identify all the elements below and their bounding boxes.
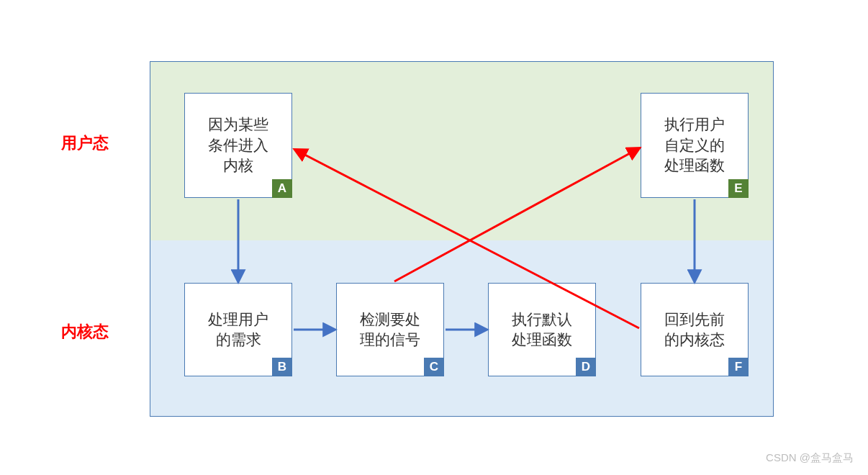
node-a-tag: A — [272, 179, 292, 198]
node-b: 处理用户的需求 B — [184, 283, 292, 376]
node-e: 执行用户自定义的处理函数 E — [641, 93, 749, 198]
node-f-text: 回到先前的内核态 — [664, 309, 725, 350]
node-c: 检测要处理的信号 C — [336, 283, 444, 376]
node-d-tag: D — [576, 358, 596, 376]
label-kernel-mode: 内核态 — [61, 321, 109, 343]
node-c-text: 检测要处理的信号 — [360, 309, 420, 350]
node-a-text: 因为某些条件进入内核 — [208, 114, 268, 176]
node-a: 因为某些条件进入内核 A — [184, 93, 292, 198]
watermark: CSDN @盒马盒马 — [766, 451, 854, 465]
label-user-mode: 用户态 — [61, 132, 109, 154]
node-c-tag: C — [424, 358, 444, 376]
node-b-text: 处理用户的需求 — [208, 309, 268, 350]
node-f: 回到先前的内核态 F — [641, 283, 749, 376]
node-d-text: 执行默认处理函数 — [512, 309, 572, 350]
node-e-text: 执行用户自定义的处理函数 — [664, 114, 725, 176]
node-b-tag: B — [272, 358, 292, 376]
node-f-tag: F — [728, 358, 749, 376]
diagram-stage: 用户态 内核态 因为某些条件进入内核 A 执行用户自定义的处理函数 E 处理用户… — [0, 0, 868, 475]
node-d: 执行默认处理函数 D — [488, 283, 596, 376]
node-e-tag: E — [728, 179, 749, 198]
